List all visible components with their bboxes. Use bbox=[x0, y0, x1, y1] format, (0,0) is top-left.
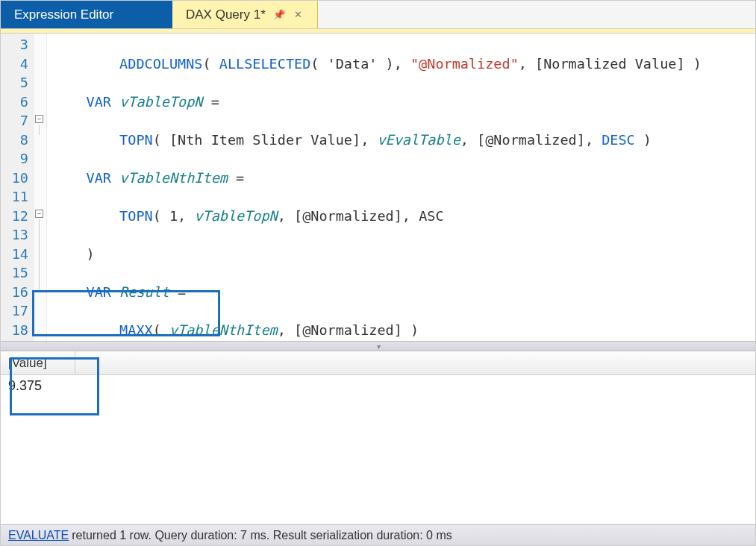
tab-expression-editor[interactable]: Expression Editor bbox=[1, 1, 172, 28]
status-text: returned 1 row. Query duration: 7 ms. Re… bbox=[72, 529, 452, 542]
code-editor[interactable]: 345 678 91011 121314 151617 18 − − ADDCO… bbox=[1, 34, 755, 341]
results-header-row: [Value] bbox=[1, 351, 755, 375]
code-area[interactable]: ADDCOLUMNS( ALLSELECTED( 'Data' ), "@Nor… bbox=[47, 34, 755, 341]
tab-label: DAX Query 1* bbox=[186, 7, 266, 22]
fold-column: − − bbox=[34, 34, 47, 341]
results-grid: [Value] 9.375 bbox=[1, 351, 755, 524]
tab-dax-query[interactable]: DAX Query 1* 📌 ✕ bbox=[172, 1, 318, 28]
splitter-grip-icon: ▾ bbox=[377, 342, 379, 351]
status-bar: EVALUATE returned 1 row. Query duration:… bbox=[1, 524, 755, 545]
results-cell: 9.375 bbox=[1, 375, 49, 399]
results-column-header[interactable]: [Value] bbox=[1, 351, 75, 374]
close-icon[interactable]: ✕ bbox=[293, 9, 304, 20]
table-row[interactable]: 9.375 bbox=[1, 375, 755, 399]
horizontal-splitter[interactable]: ▾ bbox=[1, 341, 755, 351]
tab-label: Expression Editor bbox=[14, 7, 113, 22]
fold-toggle-icon[interactable]: − bbox=[35, 115, 43, 123]
evaluate-link[interactable]: EVALUATE bbox=[8, 529, 69, 542]
line-number-gutter: 345 678 91011 121314 151617 18 bbox=[1, 34, 34, 341]
fold-toggle-icon[interactable]: − bbox=[35, 210, 43, 218]
tab-bar: Expression Editor DAX Query 1* 📌 ✕ bbox=[1, 1, 755, 29]
pin-icon[interactable]: 📌 bbox=[272, 9, 287, 20]
